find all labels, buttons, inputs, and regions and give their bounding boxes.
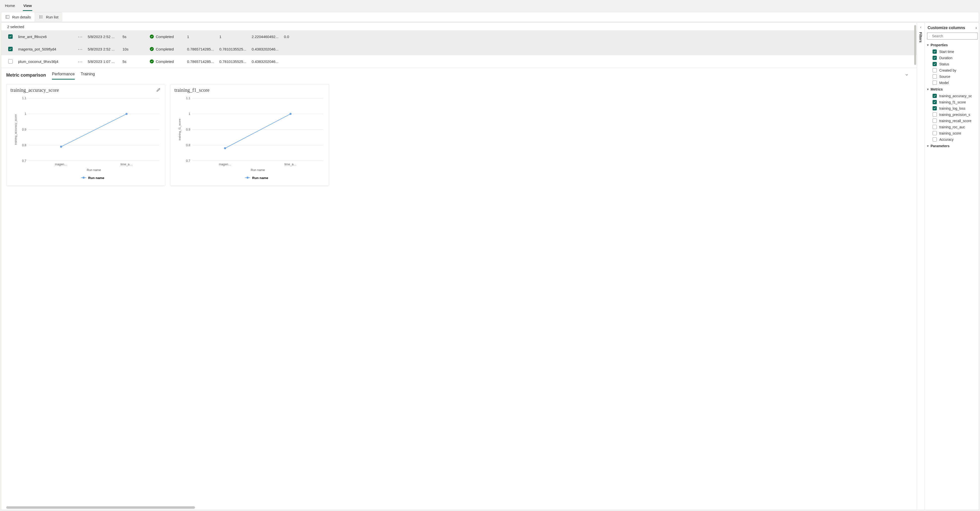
chevron-down-icon: ▾ — [927, 88, 929, 91]
metric-tab-performance[interactable]: Performance — [52, 71, 75, 80]
metric-col-2: 0.7810135525... — [220, 47, 251, 51]
edit-icon[interactable] — [156, 87, 161, 92]
status-success-icon — [150, 47, 154, 51]
table-row[interactable]: lime_ant_lftkvzx6···5/8/2023 2:52 ...5sC… — [1, 30, 916, 43]
svg-point-2 — [40, 15, 40, 16]
column-toggle[interactable]: Created by — [932, 67, 978, 73]
column-toggle[interactable]: training_roc_auc — [932, 124, 978, 130]
metric-col-2: 1 — [220, 35, 251, 39]
svg-text:1: 1 — [25, 112, 26, 116]
svg-rect-0 — [6, 15, 9, 18]
svg-text:training_accuracy_score: training_accuracy_score — [14, 114, 17, 145]
chart-title: training_accuracy_score — [10, 87, 161, 93]
filters-rail-label: Filters — [919, 32, 923, 43]
table-row[interactable]: magenta_pot_509tfyd4···5/8/2023 2:52 ...… — [1, 43, 916, 55]
top-tab-home[interactable]: Home — [5, 3, 15, 11]
run-details-label: Run details — [12, 15, 31, 19]
column-toggle[interactable]: Accuracy — [932, 136, 978, 142]
svg-text:1.1: 1.1 — [22, 96, 26, 100]
horizontal-scrollbar[interactable] — [6, 506, 195, 509]
svg-text:0.7: 0.7 — [186, 159, 190, 163]
top-tab-view[interactable]: View — [23, 3, 32, 11]
run-time: 5/8/2023 2:52 ... — [88, 47, 123, 51]
svg-text:lime_a…: lime_a… — [285, 163, 297, 166]
column-toggle[interactable]: training_recall_score — [932, 118, 978, 124]
row-checkbox[interactable] — [8, 59, 13, 64]
metric-col-3: 2.2204460492... — [251, 35, 284, 39]
table-scrollbar[interactable] — [914, 25, 916, 65]
svg-point-6 — [40, 18, 40, 18]
runs-table: lime_ant_lftkvzx6···5/8/2023 2:52 ...5sC… — [1, 30, 916, 68]
metric-col-3: 0.4383202046... — [251, 47, 284, 51]
svg-point-19 — [60, 146, 62, 148]
column-toggle[interactable]: training_accuracy_sc — [932, 93, 978, 99]
svg-text:0.7: 0.7 — [22, 159, 26, 163]
run-duration: 10s — [123, 47, 150, 51]
column-toggle[interactable]: Duration — [932, 55, 978, 61]
metric-col-1: 1 — [187, 35, 220, 39]
column-toggle[interactable]: training_score — [932, 130, 978, 136]
run-list-button[interactable]: Run list — [35, 12, 62, 22]
checkbox-icon — [932, 50, 937, 54]
column-toggle[interactable]: Start time — [932, 48, 978, 55]
column-group-metrics[interactable]: ▾Metrics — [927, 87, 978, 91]
svg-text:Run name: Run name — [252, 176, 268, 180]
metric-col-1: 0.7865714285... — [187, 47, 220, 51]
svg-text:0.8: 0.8 — [186, 144, 190, 147]
svg-point-46 — [929, 36, 930, 36]
column-group-properties[interactable]: ▾Properties — [927, 43, 978, 47]
checkbox-icon — [932, 56, 937, 60]
selected-count: 2 selected — [1, 22, 916, 30]
run-status: Completed — [156, 47, 174, 51]
chevron-right-icon[interactable]: › — [975, 26, 977, 30]
run-duration: 5s — [123, 35, 150, 39]
column-toggle[interactable]: training_log_loss — [932, 105, 978, 112]
svg-point-38 — [224, 147, 226, 149]
status-success-icon — [150, 35, 154, 38]
checkbox-icon — [932, 125, 937, 129]
row-checkbox[interactable] — [8, 34, 13, 39]
svg-text:Run name: Run name — [251, 168, 265, 172]
customize-search-input[interactable] — [932, 34, 975, 38]
chevron-down-icon: ▾ — [927, 144, 929, 148]
column-toggle[interactable]: Status — [932, 61, 978, 67]
run-name: magenta_pot_509tfyd4 — [18, 47, 73, 51]
svg-text:0.9: 0.9 — [186, 128, 190, 131]
run-name: lime_ant_lftkvzx6 — [18, 35, 73, 39]
chart-card: training_f1_scoretraining_f1_score0.70.8… — [170, 84, 329, 186]
column-group-parameters[interactable]: ▾Parameters — [927, 144, 978, 148]
customize-columns-panel: Customize columns › ▾PropertiesStart tim… — [924, 22, 979, 510]
metric-panel-title: Metric comparison — [6, 73, 46, 78]
metric-panel-collapse[interactable] — [905, 73, 909, 78]
metric-col-2: 0.7810135525... — [220, 59, 251, 64]
search-icon — [929, 34, 930, 38]
metric-tab-training[interactable]: Training — [81, 71, 95, 80]
column-toggle[interactable]: Model — [932, 80, 978, 86]
chart-plot: training_f1_score0.70.80.911.1magen…lime… — [177, 96, 326, 183]
row-more-icon[interactable]: ··· — [73, 46, 88, 52]
checkbox-icon — [932, 74, 937, 78]
row-more-icon[interactable]: ··· — [73, 59, 88, 64]
column-toggle[interactable]: training_f1_score — [932, 99, 978, 105]
metric-col-1: 0.7865714285... — [187, 59, 220, 64]
checkbox-icon — [932, 68, 937, 72]
svg-text:0.8: 0.8 — [22, 144, 26, 147]
filters-rail[interactable]: ‹ Filters — [917, 22, 924, 510]
row-checkbox[interactable] — [8, 47, 13, 51]
column-toggle[interactable]: training_precision_s — [932, 112, 978, 118]
checkbox-icon — [932, 112, 937, 117]
column-toggle[interactable]: Source — [932, 73, 978, 80]
top-nav: HomeView — [0, 0, 980, 11]
run-name: plum_coconut_9hxv36j4 — [18, 59, 73, 64]
row-more-icon[interactable]: ··· — [73, 34, 88, 40]
table-row[interactable]: plum_coconut_9hxv36j4···5/8/2023 1:07 ..… — [1, 55, 916, 68]
customize-search[interactable] — [927, 33, 978, 40]
svg-text:lime_a…: lime_a… — [121, 163, 133, 166]
list-icon — [39, 15, 43, 19]
checkbox-icon — [932, 100, 937, 104]
metric-col-3: 0.4383202046... — [251, 59, 284, 64]
svg-text:magen…: magen… — [219, 163, 231, 166]
charts-row: training_accuracy_scoretraining_accuracy… — [1, 80, 916, 190]
run-details-button[interactable]: Run details — [1, 12, 35, 22]
svg-point-20 — [126, 113, 127, 115]
